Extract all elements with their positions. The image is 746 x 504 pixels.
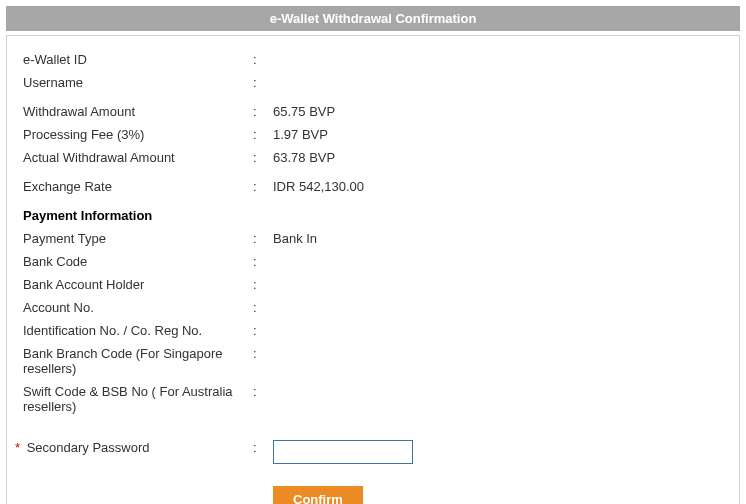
label-payment-type: Payment Type xyxy=(23,231,253,246)
row-ewallet-id: e-Wallet ID : xyxy=(23,48,723,71)
colon: : xyxy=(253,323,273,338)
row-username: Username : xyxy=(23,71,723,94)
label-actual-withdrawal: Actual Withdrawal Amount xyxy=(23,150,253,165)
confirmation-panel: e-Wallet ID : Username : Withdrawal Amou… xyxy=(6,35,740,504)
colon: : xyxy=(253,150,273,165)
label-processing-fee: Processing Fee (3%) xyxy=(23,127,253,142)
colon: : xyxy=(253,277,273,292)
label-secondary-password: Secondary Password xyxy=(27,440,150,455)
value-payment-type: Bank In xyxy=(273,231,723,246)
row-payment-section: Payment Information xyxy=(23,204,723,227)
colon: : xyxy=(253,75,273,90)
label-withdrawal-amount: Withdrawal Amount xyxy=(23,104,253,119)
label-account-holder: Bank Account Holder xyxy=(23,277,253,292)
label-branch-code: Bank Branch Code (For Singapore reseller… xyxy=(23,346,253,376)
row-secondary-password: * Secondary Password : xyxy=(23,436,723,468)
label-account-no: Account No. xyxy=(23,300,253,315)
row-payment-type: Payment Type : Bank In xyxy=(23,227,723,250)
colon: : xyxy=(253,179,273,194)
required-marker: * xyxy=(15,440,23,455)
label-swift-code: Swift Code & BSB No ( For Australia rese… xyxy=(23,384,253,414)
colon: : xyxy=(253,440,273,455)
colon: : xyxy=(253,384,273,399)
colon: : xyxy=(253,346,273,361)
row-branch-code: Bank Branch Code (For Singapore reseller… xyxy=(23,342,723,380)
row-account-no: Account No. : xyxy=(23,296,723,319)
label-ewallet-id: e-Wallet ID xyxy=(23,52,253,67)
label-id-no: Identification No. / Co. Reg No. xyxy=(23,323,253,338)
label-bank-code: Bank Code xyxy=(23,254,253,269)
value-actual-withdrawal: 63.78 BVP xyxy=(273,150,723,165)
secondary-password-input[interactable] xyxy=(273,440,413,464)
colon: : xyxy=(253,52,273,67)
row-actual-withdrawal: Actual Withdrawal Amount : 63.78 BVP xyxy=(23,146,723,169)
label-username: Username xyxy=(23,75,253,90)
page-header: e-Wallet Withdrawal Confirmation xyxy=(6,6,740,31)
row-swift-code: Swift Code & BSB No ( For Australia rese… xyxy=(23,380,723,418)
label-exchange-rate: Exchange Rate xyxy=(23,179,253,194)
colon: : xyxy=(253,127,273,142)
value-withdrawal-amount: 65.75 BVP xyxy=(273,104,723,119)
colon: : xyxy=(253,254,273,269)
value-processing-fee: 1.97 BVP xyxy=(273,127,723,142)
row-withdrawal-amount: Withdrawal Amount : 65.75 BVP xyxy=(23,100,723,123)
row-bank-code: Bank Code : xyxy=(23,250,723,273)
confirm-button[interactable]: Confirm xyxy=(273,486,363,504)
colon: : xyxy=(253,231,273,246)
payment-section-title: Payment Information xyxy=(23,208,253,223)
row-confirm: Confirm xyxy=(23,468,723,504)
colon: : xyxy=(253,104,273,119)
row-exchange-rate: Exchange Rate : IDR 542,130.00 xyxy=(23,175,723,198)
colon: : xyxy=(253,300,273,315)
row-processing-fee: Processing Fee (3%) : 1.97 BVP xyxy=(23,123,723,146)
row-id-no: Identification No. / Co. Reg No. : xyxy=(23,319,723,342)
row-account-holder: Bank Account Holder : xyxy=(23,273,723,296)
value-exchange-rate: IDR 542,130.00 xyxy=(273,179,723,194)
